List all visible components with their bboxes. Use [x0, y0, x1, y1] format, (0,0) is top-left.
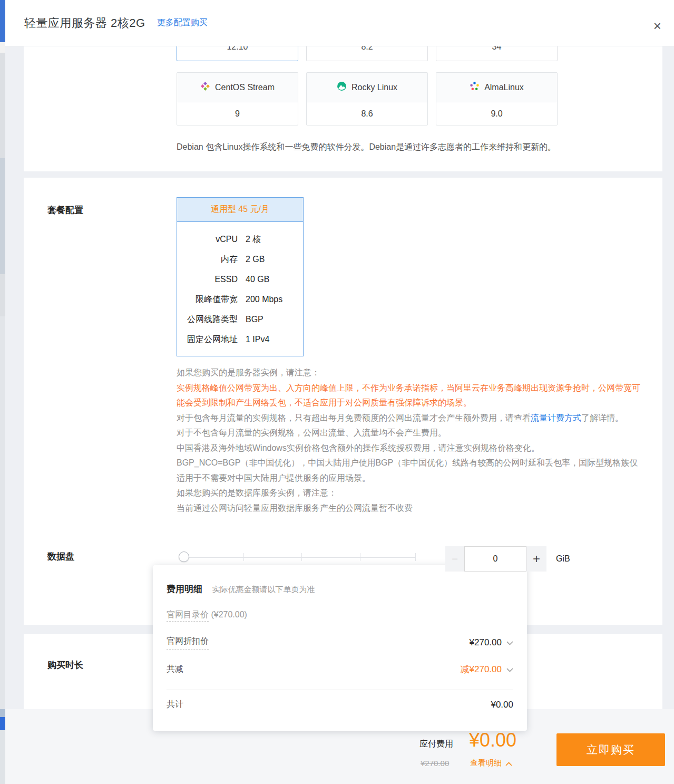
catalog-price-label: 官网目录价: [167, 610, 209, 622]
rocky-linux-icon: [337, 81, 347, 93]
spec-row: 公网线路类型 BGP: [177, 309, 303, 330]
total-reduce-row: 共减 减¥270.00: [167, 663, 513, 675]
spec-row: 固定公网地址 1 IPv4: [177, 330, 303, 350]
chevron-up-icon: [505, 759, 512, 768]
data-disk-input[interactable]: [464, 546, 526, 572]
os-card-version[interactable]: 9: [177, 102, 298, 125]
slider-tick: [301, 553, 302, 561]
close-icon[interactable]: ×: [653, 19, 661, 33]
os-selection-section: 12.10 8.2 34 CentOS Stream 9: [24, 46, 662, 171]
note-line: 当前通过公网访问轻量应用数据库服务产生的公网流量暂不收费: [177, 501, 640, 516]
increment-button[interactable]: +: [526, 546, 546, 572]
note-line: 如果您购买的是服务器实例，请注意：: [177, 365, 640, 381]
purchase-duration-label: 购买时长: [47, 659, 83, 671]
spec-row: 内存 2 GB: [177, 249, 303, 269]
background-topbar-sliver: [0, 0, 5, 42]
chevron-down-icon[interactable]: [506, 665, 513, 674]
total-label: 共计: [167, 699, 183, 710]
total-value: ¥0.00: [491, 700, 513, 710]
catalog-price-value: (¥270.00): [209, 610, 247, 619]
payable-amount: ¥0.00: [469, 729, 516, 751]
package-config-label: 套餐配置: [47, 204, 83, 216]
os-version-box[interactable]: 34: [436, 46, 558, 61]
slider-tick: [415, 553, 416, 561]
data-disk-label: 数据盘: [47, 550, 74, 563]
view-detail-link[interactable]: 查看明细: [470, 758, 512, 768]
note-line: 对于不包含每月流量的实例规格，公网出流量、入流量均不会产生费用。: [177, 425, 640, 441]
data-disk-stepper: − + GiB: [445, 546, 570, 572]
fee-detail-popup: 费用明细 实际优惠金额请以下单页为准 官网目录价 (¥270.00) 官网折扣价…: [153, 565, 527, 731]
buy-now-button[interactable]: 立即购买: [556, 733, 665, 766]
package-config-section: 套餐配置 通用型 45 元/月 vCPU 2 核 内存 2 GB ESSD 40…: [24, 178, 662, 625]
catalog-price-row: 官网目录价 (¥270.00): [167, 609, 513, 621]
spec-row: 限峰值带宽 200 Mbps: [177, 289, 303, 309]
plan-notes: 如果您购买的是服务器实例，请注意： 实例规格峰值公网带宽为出、入方向的峰值上限，…: [177, 365, 640, 516]
modal-header: 轻量应用服务器 2核2G 更多配置购买 ×: [5, 0, 674, 46]
plan-card-header: 通用型 45 元/月: [177, 198, 303, 222]
os-card-rocky-linux[interactable]: Rocky Linux 8.6: [306, 72, 428, 125]
spec-row: ESSD 40 GB: [177, 269, 303, 289]
spec-row: vCPU 2 核: [177, 229, 303, 249]
note-line: 如果您购买的是数据库服务实例，请注意：: [177, 486, 640, 501]
note-line: 中国香港及海外地域Windows实例价格包含额外的操作系统授权费用，请注意实例规…: [177, 441, 640, 456]
note-warning: 实例规格峰值公网带宽为出、入方向的峰值上限，不作为业务承诺指标，当阿里云在业务高…: [177, 381, 640, 411]
os-description: Debian 包含Linux操作系统和一些免费的软件分发。Debian是通过许多…: [177, 142, 651, 153]
traffic-billing-link[interactable]: 流量计费方式: [531, 413, 581, 422]
os-version-box[interactable]: 8.2: [306, 46, 428, 61]
data-disk-unit: GiB: [556, 546, 570, 572]
plan-card-selected[interactable]: 通用型 45 元/月 vCPU 2 核 内存 2 GB ESSD 40 GB 限…: [177, 197, 304, 356]
background-page-edge: [0, 0, 5, 784]
os-card-almalinux[interactable]: AlmaLinux 9.0: [436, 72, 558, 125]
more-config-link[interactable]: 更多配置购买: [157, 17, 208, 28]
os-card-version[interactable]: 8.6: [307, 102, 427, 125]
os-card-name: Rocky Linux: [351, 83, 397, 92]
discount-price-value: ¥270.00: [470, 637, 502, 648]
decrement-button[interactable]: −: [445, 546, 464, 572]
chevron-down-icon[interactable]: [506, 638, 513, 647]
discount-price-row: 官网折扣价 ¥270.00: [167, 636, 513, 650]
note-line: 对于包含每月流量的实例规格，只有超出每月免费额度的公网出流量才会产生额外费用，请…: [177, 411, 640, 426]
popup-divider: [167, 690, 513, 690]
os-card-name: AlmaLinux: [484, 83, 524, 92]
fee-popup-title: 费用明细: [167, 584, 202, 594]
slider-track: [184, 557, 415, 558]
fee-popup-subtitle: 实际优惠金额请以下单页为准: [212, 585, 315, 594]
os-card-name: CentOS Stream: [215, 83, 275, 92]
os-card-centos-stream[interactable]: CentOS Stream 9: [177, 72, 298, 125]
note-line: BGP_NCO=BGP（非中国优化），中国大陆用户使用BGP（非中国优化）线路有…: [177, 456, 640, 486]
slider-tick: [243, 553, 244, 561]
os-card-version[interactable]: 9.0: [436, 102, 557, 125]
data-disk-slider[interactable]: [177, 547, 424, 568]
centos-icon: [200, 81, 210, 93]
slider-handle[interactable]: [179, 551, 189, 562]
payable-label: 应付费用: [419, 739, 453, 750]
total-reduce-label: 共减: [167, 664, 183, 675]
os-version-box-selected[interactable]: 12.10: [177, 46, 298, 61]
slider-tick: [360, 553, 360, 561]
page-title: 轻量应用服务器 2核2G: [24, 15, 145, 31]
original-price: ¥270.00: [421, 759, 449, 768]
total-row: 共计 ¥0.00: [167, 699, 513, 710]
discount-price-label: 官网折扣价: [167, 636, 209, 650]
total-reduce-value: 减¥270.00: [461, 663, 502, 675]
almalinux-icon: [470, 81, 480, 93]
